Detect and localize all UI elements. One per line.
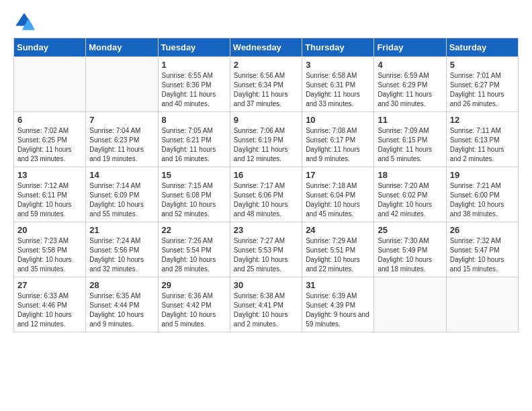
day-info: Sunrise: 6:36 AM Sunset: 4:42 PM Dayligh… — [162, 291, 226, 329]
day-info: Sunrise: 7:02 AM Sunset: 6:25 PM Dayligh… — [17, 126, 82, 164]
day-info: Sunrise: 7:01 AM Sunset: 6:27 PM Dayligh… — [450, 71, 515, 109]
day-info: Sunrise: 7:08 AM Sunset: 6:17 PM Dayligh… — [306, 126, 370, 164]
day-info: Sunrise: 7:11 AM Sunset: 6:13 PM Dayligh… — [450, 126, 515, 164]
day-number: 8 — [162, 115, 226, 125]
calendar-cell: 10Sunrise: 7:08 AM Sunset: 6:17 PM Dayli… — [302, 112, 374, 167]
calendar-cell: 9Sunrise: 7:06 AM Sunset: 6:19 PM Daylig… — [230, 112, 302, 167]
day-info: Sunrise: 7:17 AM Sunset: 6:06 PM Dayligh… — [234, 181, 298, 219]
day-info: Sunrise: 7:32 AM Sunset: 5:47 PM Dayligh… — [450, 236, 515, 274]
day-number: 15 — [162, 170, 226, 180]
day-number: 9 — [234, 115, 298, 125]
calendar-cell: 12Sunrise: 7:11 AM Sunset: 6:13 PM Dayli… — [446, 112, 518, 167]
calendar-cell: 17Sunrise: 7:18 AM Sunset: 6:04 PM Dayli… — [302, 167, 374, 222]
day-info: Sunrise: 6:58 AM Sunset: 6:31 PM Dayligh… — [306, 71, 370, 109]
day-info: Sunrise: 7:12 AM Sunset: 6:11 PM Dayligh… — [17, 181, 82, 219]
day-of-week-header: Wednesday — [230, 38, 302, 57]
calendar-cell: 22Sunrise: 7:26 AM Sunset: 5:54 PM Dayli… — [158, 222, 230, 277]
calendar-cell: 5Sunrise: 7:01 AM Sunset: 6:27 PM Daylig… — [446, 57, 518, 112]
day-number: 11 — [378, 115, 442, 125]
day-info: Sunrise: 7:09 AM Sunset: 6:15 PM Dayligh… — [378, 126, 442, 164]
calendar-cell: 4Sunrise: 6:59 AM Sunset: 6:29 PM Daylig… — [374, 57, 446, 112]
day-number: 6 — [17, 115, 82, 125]
page-header — [0, 0, 532, 38]
calendar-cell: 29Sunrise: 6:36 AM Sunset: 4:42 PM Dayli… — [158, 277, 230, 332]
calendar-cell: 11Sunrise: 7:09 AM Sunset: 6:15 PM Dayli… — [374, 112, 446, 167]
day-number: 1 — [162, 60, 226, 70]
day-number: 21 — [89, 225, 154, 235]
day-number: 22 — [162, 225, 226, 235]
day-of-week-header: Sunday — [14, 38, 86, 57]
day-number: 27 — [17, 280, 82, 290]
logo-icon — [13, 11, 35, 32]
day-info: Sunrise: 6:59 AM Sunset: 6:29 PM Dayligh… — [378, 71, 442, 109]
calendar-table: SundayMondayTuesdayWednesdayThursdayFrid… — [13, 38, 519, 332]
logo — [13, 11, 38, 32]
calendar-cell: 31Sunrise: 6:39 AM Sunset: 4:39 PM Dayli… — [302, 277, 374, 332]
day-info: Sunrise: 6:55 AM Sunset: 6:36 PM Dayligh… — [162, 71, 226, 109]
calendar-week-row: 20Sunrise: 7:23 AM Sunset: 5:58 PM Dayli… — [14, 222, 519, 277]
day-number: 19 — [450, 170, 515, 180]
calendar-cell: 16Sunrise: 7:17 AM Sunset: 6:06 PM Dayli… — [230, 167, 302, 222]
day-info: Sunrise: 7:20 AM Sunset: 6:02 PM Dayligh… — [378, 181, 442, 219]
day-of-week-header: Friday — [374, 38, 446, 57]
day-number: 23 — [234, 225, 298, 235]
day-number: 30 — [234, 280, 298, 290]
day-number: 4 — [378, 60, 442, 70]
calendar-cell: 1Sunrise: 6:55 AM Sunset: 6:36 PM Daylig… — [158, 57, 230, 112]
day-of-week-header: Monday — [86, 38, 158, 57]
calendar-cell — [86, 57, 158, 112]
calendar-cell: 23Sunrise: 7:27 AM Sunset: 5:53 PM Dayli… — [230, 222, 302, 277]
day-info: Sunrise: 7:04 AM Sunset: 6:23 PM Dayligh… — [89, 126, 154, 164]
calendar-cell — [374, 277, 446, 332]
day-number: 14 — [89, 170, 154, 180]
calendar-cell: 6Sunrise: 7:02 AM Sunset: 6:25 PM Daylig… — [14, 112, 86, 167]
calendar-cell: 21Sunrise: 7:24 AM Sunset: 5:56 PM Dayli… — [86, 222, 158, 277]
calendar-cell: 18Sunrise: 7:20 AM Sunset: 6:02 PM Dayli… — [374, 167, 446, 222]
calendar-cell: 14Sunrise: 7:14 AM Sunset: 6:09 PM Dayli… — [86, 167, 158, 222]
day-number: 25 — [378, 225, 442, 235]
calendar-cell: 7Sunrise: 7:04 AM Sunset: 6:23 PM Daylig… — [86, 112, 158, 167]
day-number: 26 — [450, 225, 515, 235]
calendar-header: SundayMondayTuesdayWednesdayThursdayFrid… — [14, 38, 519, 57]
calendar-cell: 27Sunrise: 6:33 AM Sunset: 4:46 PM Dayli… — [14, 277, 86, 332]
day-number: 28 — [89, 280, 154, 290]
day-number: 12 — [450, 115, 515, 125]
day-number: 13 — [17, 170, 82, 180]
day-info: Sunrise: 6:38 AM Sunset: 4:41 PM Dayligh… — [234, 291, 298, 329]
day-info: Sunrise: 7:21 AM Sunset: 6:00 PM Dayligh… — [450, 181, 515, 219]
day-number: 31 — [306, 280, 370, 290]
day-of-week-header: Tuesday — [158, 38, 230, 57]
day-number: 7 — [89, 115, 154, 125]
day-info: Sunrise: 7:15 AM Sunset: 6:08 PM Dayligh… — [162, 181, 226, 219]
day-info: Sunrise: 7:05 AM Sunset: 6:21 PM Dayligh… — [162, 126, 226, 164]
day-info: Sunrise: 7:29 AM Sunset: 5:51 PM Dayligh… — [306, 236, 370, 274]
calendar-cell: 15Sunrise: 7:15 AM Sunset: 6:08 PM Dayli… — [158, 167, 230, 222]
day-number: 16 — [234, 170, 298, 180]
day-info: Sunrise: 7:06 AM Sunset: 6:19 PM Dayligh… — [234, 126, 298, 164]
calendar-body: 1Sunrise: 6:55 AM Sunset: 6:36 PM Daylig… — [14, 57, 519, 332]
calendar-cell — [446, 277, 518, 332]
calendar-cell: 8Sunrise: 7:05 AM Sunset: 6:21 PM Daylig… — [158, 112, 230, 167]
day-info: Sunrise: 7:24 AM Sunset: 5:56 PM Dayligh… — [89, 236, 154, 274]
day-of-week-header: Thursday — [302, 38, 374, 57]
day-number: 17 — [306, 170, 370, 180]
calendar-week-row: 27Sunrise: 6:33 AM Sunset: 4:46 PM Dayli… — [14, 277, 519, 332]
calendar-cell: 26Sunrise: 7:32 AM Sunset: 5:47 PM Dayli… — [446, 222, 518, 277]
calendar-cell: 13Sunrise: 7:12 AM Sunset: 6:11 PM Dayli… — [14, 167, 86, 222]
day-info: Sunrise: 6:35 AM Sunset: 4:44 PM Dayligh… — [89, 291, 154, 329]
days-of-week-row: SundayMondayTuesdayWednesdayThursdayFrid… — [14, 38, 519, 57]
day-number: 5 — [450, 60, 515, 70]
calendar-week-row: 1Sunrise: 6:55 AM Sunset: 6:36 PM Daylig… — [14, 57, 519, 112]
calendar-wrapper: SundayMondayTuesdayWednesdayThursdayFrid… — [0, 38, 532, 339]
day-number: 3 — [306, 60, 370, 70]
day-info: Sunrise: 6:39 AM Sunset: 4:39 PM Dayligh… — [306, 291, 370, 329]
calendar-week-row: 13Sunrise: 7:12 AM Sunset: 6:11 PM Dayli… — [14, 167, 519, 222]
day-info: Sunrise: 7:27 AM Sunset: 5:53 PM Dayligh… — [234, 236, 298, 274]
day-info: Sunrise: 7:23 AM Sunset: 5:58 PM Dayligh… — [17, 236, 82, 274]
calendar-week-row: 6Sunrise: 7:02 AM Sunset: 6:25 PM Daylig… — [14, 112, 519, 167]
day-info: Sunrise: 6:56 AM Sunset: 6:34 PM Dayligh… — [234, 71, 298, 109]
day-number: 24 — [306, 225, 370, 235]
day-number: 29 — [162, 280, 226, 290]
calendar-cell: 3Sunrise: 6:58 AM Sunset: 6:31 PM Daylig… — [302, 57, 374, 112]
calendar-cell: 25Sunrise: 7:30 AM Sunset: 5:49 PM Dayli… — [374, 222, 446, 277]
